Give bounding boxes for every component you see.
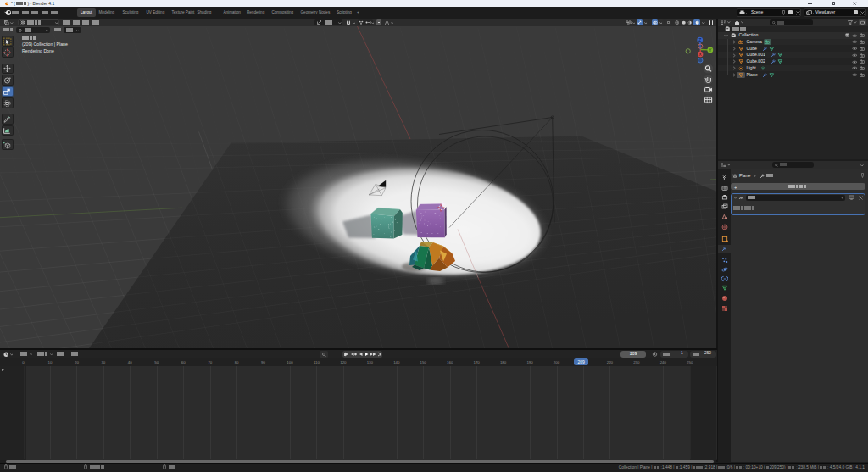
svg-text:Z: Z (698, 37, 701, 42)
